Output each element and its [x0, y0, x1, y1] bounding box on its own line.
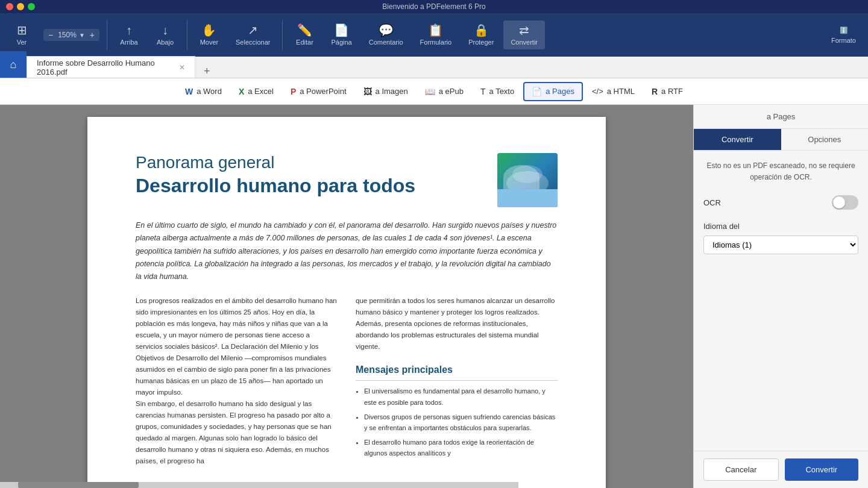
powerpoint-icon: P	[291, 87, 296, 96]
zoom-level: 150%	[58, 31, 77, 39]
add-tab-button[interactable]: +	[200, 65, 214, 78]
ocr-row: OCR	[703, 195, 858, 210]
panel-desc: Esto no es un PDF escaneado, no se requi…	[703, 160, 858, 183]
pdf-title2: Desarrollo humano para todos	[136, 175, 415, 197]
convert-to-excel-button[interactable]: X a Excel	[231, 83, 281, 101]
col2-bullets: El universalismo es fundamental para el …	[356, 386, 558, 458]
bullet-3: El desarrollo humano para todos exige la…	[364, 437, 558, 458]
excel-icon: X	[239, 87, 244, 96]
formulario-icon: 📋	[428, 24, 443, 36]
horizontal-scrollbar[interactable]	[0, 482, 518, 488]
pdf-page: Panorama general Desarrollo humano para …	[87, 117, 606, 488]
file-tab[interactable]: Informe sobre Desarrollo Humano 2016.pdf…	[27, 56, 195, 78]
pdf-columns: Los progresos realizados en el ámbito de…	[136, 295, 558, 467]
pages-icon: 📄	[532, 87, 542, 96]
zoom-dropdown-icon[interactable]: ▼	[79, 32, 85, 39]
pdf-title-area: Panorama general Desarrollo humano para …	[136, 153, 415, 197]
main-area: Panorama general Desarrollo humano para …	[0, 105, 868, 488]
svg-rect-3	[497, 192, 558, 207]
idioma-select[interactable]: Idiomas (1) Español Inglés	[703, 236, 858, 254]
editar-button[interactable]: ✏️ Editar	[288, 20, 321, 49]
pagina-icon: 📄	[334, 24, 349, 36]
convert-to-epub-button[interactable]: 📖 a ePub	[417, 83, 471, 101]
pdf-header: Panorama general Desarrollo humano para …	[136, 153, 558, 207]
separator-3	[282, 20, 283, 50]
arriba-button[interactable]: ↑ Arriba	[112, 20, 146, 49]
idioma-label: Idioma del	[703, 222, 858, 231]
svg-rect-0	[497, 153, 558, 207]
panel-tab-options[interactable]: Opciones	[781, 129, 869, 150]
close-tab-icon[interactable]: ✕	[179, 63, 185, 72]
abajo-button[interactable]: ↓ Abajo	[148, 20, 182, 49]
bullet-1: El universalismo es fundamental para el …	[364, 386, 558, 407]
comentario-button[interactable]: 💬 Comentario	[362, 20, 410, 49]
panel-title: a Pages	[694, 105, 868, 129]
proteger-button[interactable]: 🔒 Proteger	[461, 20, 501, 49]
col1-text: Los progresos realizados en el ámbito de…	[136, 295, 338, 467]
convert-to-html-button[interactable]: </> a HTML	[584, 83, 643, 100]
pdf-col-2: que permitirán a todos los seres humanos…	[356, 295, 558, 467]
proteger-icon: 🔒	[474, 24, 489, 36]
formulario-button[interactable]: 📋 Formulario	[413, 20, 459, 49]
cancel-button[interactable]: Cancelar	[703, 458, 779, 481]
editar-icon: ✏️	[297, 24, 312, 36]
imagen-icon: 🖼	[363, 87, 372, 96]
col2-text: que permitirán a todos los seres humanos…	[356, 295, 558, 352]
mover-button[interactable]: ✋ Mover	[192, 20, 226, 49]
title-bar: Bienvenido a PDFelement 6 Pro	[0, 0, 868, 13]
convert-to-word-button[interactable]: W a Word	[177, 83, 230, 101]
convert-button[interactable]: Convertir	[785, 458, 859, 481]
seleccionar-button[interactable]: ↗ Seleccionar	[228, 20, 277, 49]
rtf-icon: R	[652, 87, 658, 96]
convertir-icon: ⇄	[519, 24, 529, 36]
ocr-label: OCR	[703, 198, 721, 207]
minimize-button[interactable]	[17, 3, 24, 10]
formato-icon: ℹ️	[840, 27, 848, 34]
home-button[interactable]: ⌂	[0, 51, 27, 78]
convertir-button[interactable]: ⇄ Convertir	[503, 20, 545, 49]
pdf-col-1: Los progresos realizados en el ámbito de…	[136, 295, 338, 467]
bullet-2: Diversos grupos de personas siguen sufri…	[364, 411, 558, 433]
panel-tabs: Convertir Opciones	[694, 129, 868, 151]
close-button[interactable]	[6, 3, 13, 10]
svg-point-2	[512, 165, 542, 183]
ocr-toggle[interactable]	[832, 195, 858, 210]
tab-filename: Informe sobre Desarrollo Humano 2016.pdf	[37, 58, 174, 77]
convert-to-texto-button[interactable]: T a Texto	[473, 83, 522, 101]
convert-to-imagen-button[interactable]: 🖼 a Imagen	[356, 83, 416, 101]
convert-to-powerpoint-button[interactable]: P a PowerPoint	[283, 83, 354, 101]
pdf-intro: En el último cuarto de siglo, el mundo h…	[136, 219, 558, 283]
maximize-button[interactable]	[28, 3, 35, 10]
col2-section-title: Mensajes principales	[356, 362, 558, 381]
right-panel: a Pages Convertir Opciones Esto no es un…	[693, 105, 868, 488]
convert-to-rtf-button[interactable]: R a RTF	[644, 83, 691, 101]
panel-actions: Cancelar Convertir	[694, 451, 868, 488]
pdf-viewer[interactable]: Panorama general Desarrollo humano para …	[0, 105, 693, 488]
panel-tab-convert[interactable]: Convertir	[694, 129, 781, 150]
scrollbar-thumb[interactable]	[18, 482, 139, 488]
idioma-section: Idioma del Idiomas (1) Español Inglés	[703, 222, 858, 254]
texto-icon: T	[480, 87, 486, 96]
ver-button[interactable]: ⊞ Ver	[5, 20, 39, 49]
traffic-lights[interactable]	[6, 3, 35, 10]
epub-icon: 📖	[425, 87, 435, 96]
pdf-logo	[497, 153, 558, 207]
ver-icon: ⊞	[17, 24, 27, 36]
panel-content: Esto no es un PDF escaneado, no se requi…	[694, 151, 868, 451]
zoom-plus-button[interactable]: +	[87, 30, 97, 40]
zoom-control[interactable]: − 150% ▼ +	[43, 29, 99, 41]
formato-button[interactable]: ℹ️ Formato	[824, 23, 863, 48]
word-icon: W	[185, 87, 193, 96]
html-icon: </>	[592, 87, 603, 96]
pagina-button[interactable]: 📄 Página	[324, 20, 359, 49]
comentario-icon: 💬	[379, 24, 394, 36]
zoom-minus-button[interactable]: −	[46, 30, 55, 40]
mover-icon: ✋	[201, 24, 216, 36]
convert-tabs-toolbar: W a Word X a Excel P a PowerPoint 🖼 a Im…	[0, 78, 868, 105]
abajo-icon: ↓	[162, 24, 168, 36]
convert-to-pages-button[interactable]: 📄 a Pages	[523, 82, 583, 101]
home-icon: ⌂	[10, 58, 17, 71]
pdf-title1: Panorama general	[136, 153, 415, 172]
seleccionar-icon: ↗	[248, 24, 258, 36]
separator-1	[107, 20, 107, 50]
